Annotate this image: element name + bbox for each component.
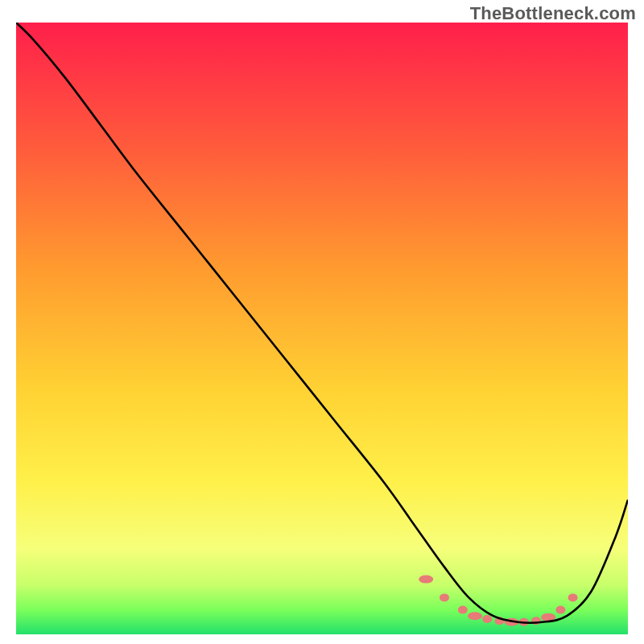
marker-dot <box>458 606 468 614</box>
chart-svg <box>16 23 628 634</box>
marker-dot <box>419 576 433 584</box>
marker-dot <box>555 606 565 614</box>
plot-area <box>16 23 628 634</box>
gradient-background <box>16 23 628 634</box>
marker-dot <box>468 612 482 620</box>
watermark-text: TheBottleneck.com <box>470 3 636 24</box>
marker-dot <box>440 593 449 601</box>
marker-dot <box>568 593 578 601</box>
marker-dot <box>482 615 492 623</box>
chart-frame: TheBottleneck.com <box>0 0 644 644</box>
